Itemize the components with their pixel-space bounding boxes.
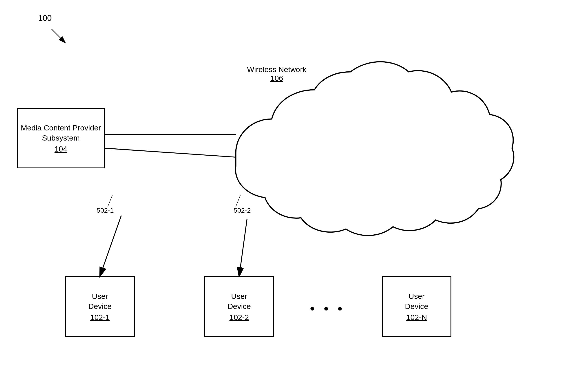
wireless-network-number: 106 [270, 74, 283, 82]
mcps-box: Media Content ProviderSubsystem 104 [17, 108, 105, 168]
wireless-network-title: Wireless Network [247, 65, 306, 74]
user-device-2-box: UserDevice 102-2 [204, 276, 274, 337]
mcps-title: Media Content ProviderSubsystem [21, 123, 101, 142]
user-device-2-number: 102-2 [230, 313, 249, 322]
figure-number: 100 [38, 14, 52, 23]
mcps-to-cloud-line-bottom [105, 148, 236, 157]
cloud-to-device2-line [239, 219, 247, 276]
user-device-n-box: UserDevice 102-N [382, 276, 451, 337]
user-device-n-number: 102-N [406, 313, 427, 322]
diagram: 100 Media Content ProviderSubsystem 104 … [0, 0, 572, 392]
cloud-shape [236, 62, 514, 235]
wireless-network-label: Wireless Network 106 [247, 65, 306, 83]
conn-label-502-2: 502-2 [234, 206, 251, 214]
user-device-n-title: UserDevice [405, 291, 428, 311]
conn-label-502-1: 502-1 [96, 206, 114, 214]
user-device-1-box: UserDevice 102-1 [65, 276, 135, 337]
user-device-1-title: UserDevice [88, 291, 111, 311]
cloud-to-device1-line [100, 216, 121, 276]
ellipsis: • • • [310, 301, 345, 316]
fig-number-arrow [52, 29, 65, 43]
callout-502-2 [236, 195, 240, 206]
user-device-1-number: 102-1 [90, 313, 110, 322]
callout-502-1 [108, 195, 112, 206]
user-device-2-title: UserDevice [227, 291, 251, 311]
mcps-number: 104 [55, 145, 67, 153]
